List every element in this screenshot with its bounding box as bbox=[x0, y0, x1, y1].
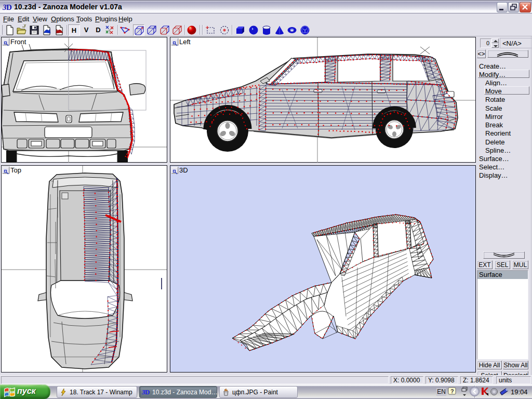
svg-text:D: D bbox=[145, 388, 150, 396]
svg-text:?: ? bbox=[450, 388, 454, 394]
svg-text:D: D bbox=[6, 3, 12, 11]
